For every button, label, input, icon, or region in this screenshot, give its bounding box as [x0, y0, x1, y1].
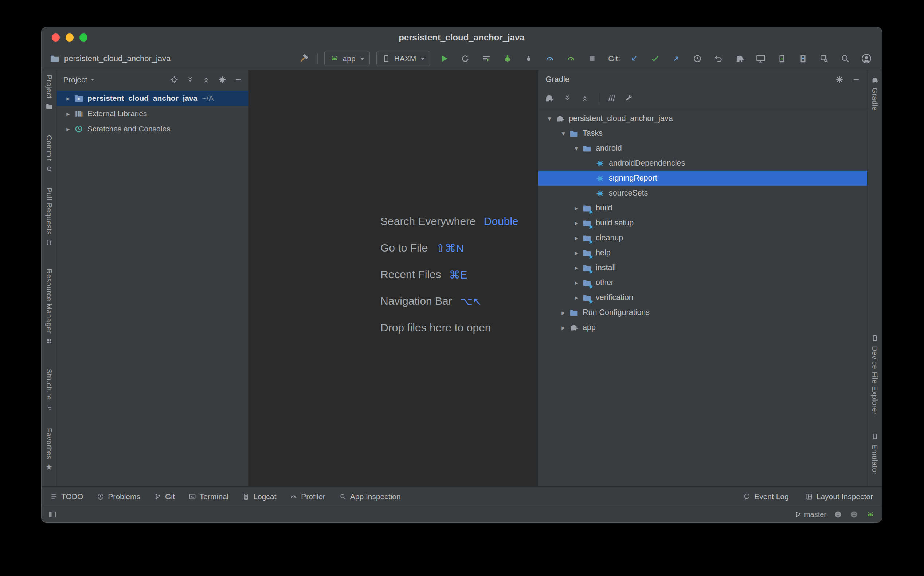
tool-stripe-structure[interactable]: Structure — [42, 369, 56, 412]
profiler-gauge-icon[interactable] — [542, 51, 557, 66]
offline-mode-icon[interactable] — [607, 94, 616, 103]
project-tree-row[interactable]: Scratches and Consoles — [57, 121, 249, 136]
layout-toggle-icon[interactable] — [48, 510, 57, 519]
settings-gear-icon[interactable] — [218, 75, 227, 84]
tool-stripe-pull-requests[interactable]: Pull Requests — [42, 187, 56, 246]
meh-face-icon[interactable] — [850, 510, 858, 519]
settings-gear-icon[interactable] — [835, 75, 844, 84]
chevron-icon[interactable] — [63, 126, 74, 133]
expand-all-icon[interactable] — [186, 75, 194, 84]
profile-apk-icon[interactable] — [817, 51, 831, 66]
gradle-tree-row[interactable]: Tasks — [538, 126, 867, 141]
gradle-tree-row[interactable]: signingReport — [538, 171, 867, 186]
apply-changes-restart-icon[interactable] — [458, 51, 473, 66]
stop-icon[interactable] — [585, 51, 599, 66]
search-everywhere-icon[interactable] — [838, 51, 853, 66]
history-clock-icon[interactable] — [690, 51, 705, 66]
chevron-icon[interactable] — [571, 205, 582, 211]
debug-bug-icon[interactable] — [500, 51, 515, 66]
git-update-arrow-icon[interactable] — [627, 51, 641, 66]
user-avatar-icon[interactable] — [859, 51, 874, 66]
chevron-icon[interactable] — [558, 130, 569, 137]
gradle-tree-row[interactable]: build setup — [538, 216, 867, 230]
window-titlebar[interactable]: persistent_cloud_anchor_java — [42, 27, 882, 48]
gradle-tree-row[interactable]: help — [538, 245, 867, 260]
chevron-icon[interactable] — [63, 95, 74, 102]
smiley-icon[interactable] — [834, 510, 842, 519]
profile-low-overhead-icon[interactable] — [564, 51, 578, 66]
gradle-tree-row[interactable]: Run Configurations — [538, 305, 867, 320]
attach-debugger-icon[interactable] — [521, 51, 536, 66]
chevron-icon[interactable] — [571, 294, 582, 301]
chevron-icon[interactable] — [558, 324, 569, 331]
avd-manager-phone-icon[interactable] — [775, 51, 789, 66]
branch-name: master — [804, 510, 826, 519]
android-status-icon[interactable] — [866, 510, 875, 519]
gradle-tree-row[interactable]: other — [538, 275, 867, 290]
gradle-tree-row[interactable]: persistent_cloud_anchor_java — [538, 111, 867, 126]
chevron-icon[interactable] — [558, 309, 569, 316]
tool-stripe-commit[interactable]: Commit — [42, 135, 56, 173]
git-tab[interactable]: Git — [154, 492, 175, 501]
chevron-icon[interactable] — [571, 279, 582, 286]
device-selector[interactable]: HAXM — [376, 51, 431, 66]
gradle-tree-row[interactable]: sourceSets — [538, 186, 867, 201]
problems-tab[interactable]: Problems — [97, 492, 140, 501]
gradle-tree-row[interactable]: cleanup — [538, 230, 867, 245]
gradle-tree-row[interactable]: build — [538, 201, 867, 216]
gradle-tree-row[interactable]: install — [538, 260, 867, 275]
logcat-tab[interactable]: Logcat — [242, 492, 276, 501]
project-widget[interactable]: persistent_cloud_anchor_java — [50, 53, 170, 64]
device-manager-monitor-icon[interactable] — [754, 51, 768, 66]
chevron-icon[interactable] — [571, 145, 582, 152]
tool-stripe-project[interactable]: Project — [42, 75, 56, 110]
gradle-tree-row[interactable]: app — [538, 320, 867, 335]
hide-panel-icon[interactable] — [852, 75, 861, 84]
hide-panel-icon[interactable] — [234, 75, 243, 84]
run-play-icon[interactable] — [437, 51, 451, 66]
chevron-icon[interactable] — [571, 235, 582, 242]
apply-code-changes-icon[interactable] — [479, 51, 494, 66]
rollback-undo-icon[interactable] — [711, 51, 726, 66]
git-branch-widget[interactable]: master — [795, 510, 826, 519]
sdk-manager-phone-download-icon[interactable] — [796, 51, 810, 66]
git-commit-check-icon[interactable] — [648, 51, 663, 66]
tool-stripe-device-file-explorer[interactable]: Device File Explorer — [868, 334, 882, 415]
chevron-icon[interactable] — [544, 115, 555, 122]
collapse-all-icon[interactable] — [202, 75, 210, 84]
tool-stripe-favorites[interactable]: Favorites ★ — [42, 428, 56, 471]
tool-stripe-resource-manager[interactable]: Resource Manager — [42, 269, 56, 345]
close-button[interactable] — [52, 34, 60, 42]
editor-area[interactable]: Search Everywhere Double Go to File ⇧⌘N … — [249, 70, 537, 486]
tool-stripe-gradle[interactable]: Gradle — [868, 76, 882, 111]
todo-tab[interactable]: TODO — [50, 492, 83, 501]
gradle-tree-row[interactable]: verification — [538, 290, 867, 305]
chevron-icon[interactable] — [571, 264, 582, 271]
expand-all-icon[interactable] — [563, 94, 572, 103]
gradle-settings-wrench-icon[interactable] — [624, 94, 633, 103]
app-inspection-tab[interactable]: App Inspection — [339, 492, 401, 501]
zoom-button[interactable] — [79, 34, 87, 42]
gradle-tree-row[interactable]: android — [538, 141, 867, 156]
locate-file-icon[interactable] — [170, 75, 178, 84]
chevron-down-icon[interactable] — [91, 78, 95, 81]
sync-gradle-elephant-icon[interactable] — [732, 51, 747, 66]
layout-inspector-tab[interactable]: Layout Inspector — [805, 492, 873, 501]
chevron-icon[interactable] — [571, 250, 582, 256]
git-push-arrow-icon[interactable] — [669, 51, 683, 66]
run-config-selector[interactable]: app — [324, 51, 370, 66]
profiler-tab[interactable]: Profiler — [290, 492, 326, 501]
collapse-all-icon[interactable] — [581, 94, 589, 103]
project-panel-title[interactable]: Project — [63, 75, 87, 84]
minimize-button[interactable] — [66, 34, 74, 42]
sync-gradle-elephant-icon[interactable] — [544, 93, 554, 103]
project-tree-row[interactable]: External Libraries — [57, 106, 249, 121]
chevron-icon[interactable] — [63, 110, 74, 117]
project-tree-row[interactable]: persistent_cloud_anchor_java ~/A — [57, 91, 249, 106]
tool-stripe-emulator[interactable]: Emulator — [868, 432, 882, 475]
event-log-tab[interactable]: Event Log — [743, 492, 789, 501]
terminal-tab[interactable]: Terminal — [189, 492, 228, 501]
chevron-icon[interactable] — [571, 219, 582, 226]
build-hammer-icon[interactable] — [296, 51, 311, 66]
gradle-tree-row[interactable]: androidDependencies — [538, 156, 867, 171]
